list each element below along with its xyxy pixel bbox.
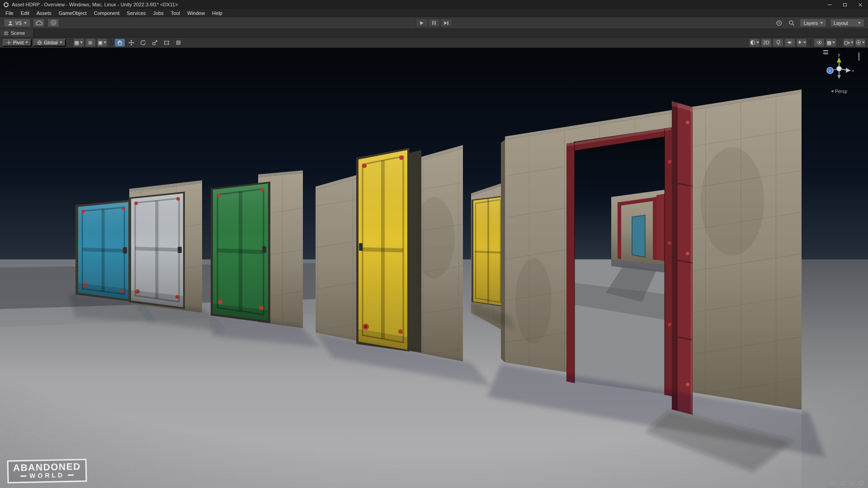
divider: [810, 39, 811, 46]
scene-tab-icon: [4, 31, 9, 36]
step-icon: [444, 21, 448, 25]
pivot-label: Pivot: [13, 40, 24, 45]
camera-overlay-dropdown[interactable]: [844, 39, 854, 47]
menu-tool[interactable]: Tool: [167, 10, 184, 16]
axis-neg-y-cone[interactable]: [837, 75, 841, 79]
window-controls: [822, 0, 868, 9]
gizmos-dropdown[interactable]: [855, 39, 865, 47]
play-button[interactable]: [416, 19, 428, 27]
menu-window[interactable]: Window: [184, 10, 208, 16]
red-door-open[interactable]: [672, 101, 693, 415]
menu-edit[interactable]: Edit: [17, 10, 33, 16]
move-tool-button[interactable]: [127, 39, 137, 47]
gizmo-axes[interactable]: y z x: [822, 52, 856, 86]
console-icon[interactable]: [840, 480, 845, 486]
scene-tab-label: Scene: [11, 30, 25, 36]
shading-mode-dropdown[interactable]: [750, 39, 760, 47]
grid-visibility-dropdown[interactable]: ▦: [826, 39, 836, 47]
doorway-view: [574, 125, 666, 395]
pause-icon: [432, 21, 436, 25]
transform-tool-button[interactable]: [174, 39, 184, 47]
chevron-down-icon: [756, 42, 759, 43]
minimize-button[interactable]: [822, 0, 837, 9]
axis-y-label: y: [838, 52, 840, 57]
package-icon[interactable]: [849, 480, 855, 486]
2d-mode-button[interactable]: 2D: [761, 39, 771, 47]
pivot-dropdown[interactable]: Pivot: [3, 39, 32, 47]
play-icon: [420, 21, 424, 25]
menu-assets[interactable]: Assets: [33, 10, 55, 16]
scale-tool-button[interactable]: [150, 39, 160, 47]
refresh-icon[interactable]: [859, 480, 864, 486]
rotate-tool-button[interactable]: [138, 39, 148, 47]
scene-audio-button[interactable]: [785, 39, 795, 47]
menu-help[interactable]: Help: [208, 10, 226, 16]
chevron-down-icon: [832, 42, 835, 43]
window-title: Asset HDRP - Overview - Windows, Mac, Li…: [12, 2, 178, 7]
titlebar: Asset HDRP - Overview - Windows, Mac, Li…: [0, 0, 868, 9]
orientation-gizmo[interactable]: y z x Persp: [821, 52, 857, 94]
scene-view[interactable]: y z x Persp ABANDONED WORLD: [0, 48, 868, 488]
undo-history-icon[interactable]: [774, 19, 783, 27]
chevron-down-icon: [803, 42, 806, 43]
rect-tool-button[interactable]: [162, 39, 172, 47]
pivot-icon: [6, 40, 11, 45]
snap-settings-dropdown[interactable]: ▣: [97, 39, 107, 47]
unity-logo-icon: [3, 1, 9, 8]
cloud-button[interactable]: [33, 19, 45, 27]
silver-door[interactable]: [129, 192, 185, 309]
global-dropdown[interactable]: Global: [33, 39, 66, 47]
hand-tool-button[interactable]: [115, 39, 125, 47]
chevron-down-icon: [858, 22, 861, 24]
layers-dropdown[interactable]: Layers: [800, 19, 826, 27]
2d-label: 2D: [763, 40, 769, 45]
divider: [840, 39, 840, 46]
layout-dropdown[interactable]: Layout: [830, 19, 864, 27]
maximize-button[interactable]: [837, 0, 853, 9]
menu-component[interactable]: Component: [90, 10, 123, 16]
persp-label: Persp: [835, 89, 847, 94]
menu-jobs[interactable]: Jobs: [150, 10, 167, 16]
status-icons: [830, 480, 864, 486]
version-control-label: VS: [15, 20, 22, 26]
watermark: ABANDONED WORLD: [7, 459, 87, 483]
projection-toggle[interactable]: Persp: [821, 89, 857, 94]
chevron-down-icon: [820, 22, 823, 24]
version-control-button[interactable]: VS: [4, 19, 30, 27]
effects-dropdown[interactable]: [797, 39, 807, 47]
yellow-door[interactable]: [356, 148, 410, 352]
axis-z-label: z: [829, 69, 831, 73]
chevron-down-icon: [851, 42, 854, 43]
services-button[interactable]: [47, 19, 59, 27]
menubar: File Edit Assets GameObject Component Se…: [0, 9, 868, 17]
tab-scene[interactable]: Scene: [0, 29, 33, 37]
axis-x-label: x: [852, 69, 854, 73]
chevron-down-icon: [24, 22, 27, 24]
step-button[interactable]: [440, 19, 453, 27]
main-toolbar: VS: [0, 17, 868, 29]
lock-icon[interactable]: [859, 53, 863, 61]
grid-snap-dropdown[interactable]: ▦: [74, 39, 84, 47]
close-button[interactable]: [853, 0, 868, 9]
tabbar: Scene: [0, 29, 868, 38]
axis-y-cone[interactable]: [837, 57, 841, 62]
pause-button[interactable]: [428, 19, 440, 27]
notification-icon[interactable]: [830, 480, 836, 486]
menu-gameobject[interactable]: GameObject: [55, 10, 90, 16]
increment-snap-button[interactable]: ⊞: [85, 39, 95, 47]
scene-canvas[interactable]: [0, 48, 868, 488]
persp-icon: [831, 90, 833, 93]
teal-door[interactable]: [78, 202, 128, 300]
divider: [70, 39, 70, 46]
axis-x-cone[interactable]: [846, 68, 851, 73]
menu-services[interactable]: Services: [123, 10, 149, 16]
watermark-dash: [68, 474, 74, 476]
yellow-door-far[interactable]: [472, 196, 505, 307]
scene-lighting-button[interactable]: [773, 39, 783, 47]
search-icon[interactable]: [787, 19, 796, 27]
menu-file[interactable]: File: [2, 10, 17, 16]
unity-window: Asset HDRP - Overview - Windows, Mac, Li…: [0, 0, 868, 488]
scene-visibility-button[interactable]: [814, 39, 824, 47]
watermark-line1: ABANDONED: [13, 461, 81, 473]
green-door[interactable]: [211, 182, 270, 323]
